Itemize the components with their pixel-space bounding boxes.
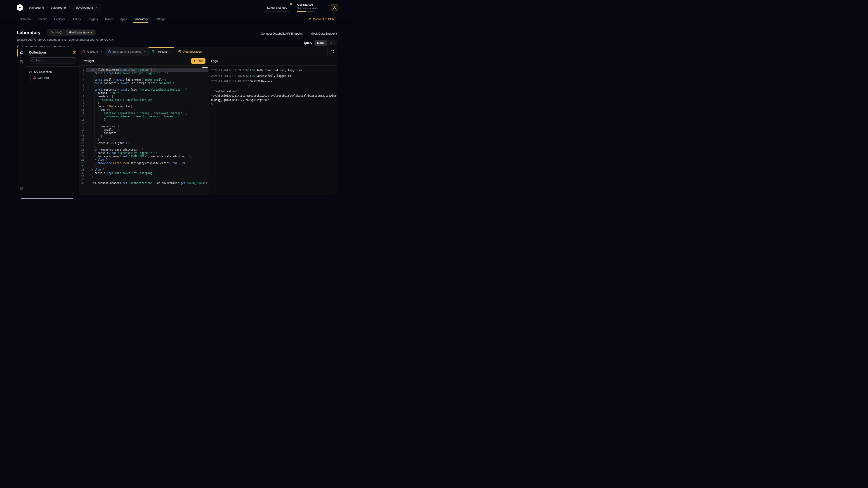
hive-logo-icon[interactable] xyxy=(16,4,24,11)
log-raw-line: "eyJhbGciOiJIUzI1NiIsInR5cCI6IkpXVCJ9.ey… xyxy=(211,94,337,98)
nav-item-schema[interactable]: Schema xyxy=(20,15,31,23)
tab-label: Environment Variables xyxy=(113,50,141,53)
gear-icon xyxy=(20,187,24,190)
mode-option-graphiql[interactable]: GraphiQL xyxy=(48,30,66,35)
close-tab-icon[interactable]: × xyxy=(100,50,102,53)
fullscreen-icon xyxy=(331,50,334,53)
code-line: 20 password xyxy=(79,131,208,135)
preflight-code-editor[interactable]: 1if (!lab.environment.get("AUTH_TOKEN"))… xyxy=(79,66,208,195)
code-line: 15 adminLogin(email: $email, password: $… xyxy=(79,115,208,118)
tab-gethero[interactable]: GetHero× xyxy=(79,47,105,56)
history-rail-button[interactable] xyxy=(17,57,26,66)
nav-item-explorer[interactable]: Explorer xyxy=(54,15,65,23)
operation-row-gethero[interactable]: GetHero xyxy=(33,75,76,80)
logs-title: Logs xyxy=(211,59,218,63)
code-line: 35lab.request.headers.set('Authorization… xyxy=(79,182,208,185)
code-line: 18 variables: { xyxy=(79,125,208,128)
editor-scrollbar-thumb[interactable] xyxy=(202,67,208,68)
get-started-subtitle: 3 remaining tasks xyxy=(297,7,325,9)
close-tab-icon[interactable]: × xyxy=(169,50,171,53)
indent-guide xyxy=(94,75,95,78)
collection-folder-row[interactable]: My Collection xyxy=(29,69,76,75)
line-number: 31 xyxy=(79,168,84,171)
line-number: 15 xyxy=(79,115,84,118)
nav-item-apps[interactable]: Apps xyxy=(120,15,127,23)
code-line: 13 query: ` xyxy=(79,108,208,111)
nav-item-insights[interactable]: Insights xyxy=(88,15,98,23)
test-button[interactable]: Test xyxy=(191,58,206,64)
laboratory-workspace: Collections My Collection xyxy=(17,47,337,195)
query-option-api[interactable]: API xyxy=(327,40,337,46)
line-number: 25 xyxy=(79,148,84,152)
connect-graphql-endpoint-button[interactable]: Connect GraphQL API Endpoint xyxy=(257,30,306,37)
get-started-title: Get Started xyxy=(297,3,325,6)
query-target-toggle: Mock API xyxy=(314,40,337,46)
nav-item-settings[interactable]: Settings xyxy=(155,15,165,23)
log-entry: 2026-01-26T12:12:18.333Z LOG Successfull… xyxy=(211,74,337,78)
code-line: 34 xyxy=(79,178,208,182)
line-number: 12 xyxy=(79,105,84,108)
close-tab-icon[interactable]: × xyxy=(144,50,145,53)
folder-open-icon xyxy=(29,70,32,74)
code-line: 17 `, xyxy=(79,122,208,125)
query-option-mock[interactable]: Mock xyxy=(314,40,327,46)
log-entry: 2026-01-26T12:12:09.271Z LOG Auth token … xyxy=(211,68,337,73)
main-nav: SchemaChecksExplorerHistoryInsightsTrace… xyxy=(0,15,354,23)
settings-rail-button[interactable] xyxy=(17,184,26,193)
graphql-icon xyxy=(33,76,36,79)
target-select[interactable]: development xyxy=(72,4,101,11)
code-line: 7 const response = await fetch("http://l… xyxy=(79,88,208,92)
fullscreen-button[interactable] xyxy=(327,47,337,56)
get-started-widget[interactable]: Get Started 3 remaining tasks xyxy=(297,3,325,12)
logs-output: 2026-01-26T12:12:09.271Z LOG Auth token … xyxy=(209,66,337,195)
graphql-icon xyxy=(82,50,86,53)
script-icon xyxy=(151,50,155,53)
line-number: 10 xyxy=(79,98,84,102)
user-avatar[interactable] xyxy=(331,4,338,11)
collections-icon xyxy=(20,51,24,55)
nav-item-traces[interactable]: Traces xyxy=(105,15,114,23)
nav-item-history[interactable]: History xyxy=(72,15,81,23)
code-line: 30 } xyxy=(79,165,208,168)
line-number: 22 xyxy=(79,138,84,141)
breadcrumb-project[interactable]: playground xyxy=(51,6,66,9)
collections-rail-button[interactable] xyxy=(17,48,26,57)
page-header: Laboratory GraphiQL Hive Laboratory Expl… xyxy=(0,23,354,48)
collections-search-input[interactable] xyxy=(35,59,74,62)
code-line: 21 } xyxy=(79,135,208,138)
line-number: 19 xyxy=(79,128,84,131)
collections-panel: Collections My Collection xyxy=(26,47,79,195)
tab-preflight[interactable]: Preflight× xyxy=(149,47,174,56)
latest-changes-button[interactable]: Latest changes xyxy=(263,4,291,11)
line-number: 21 xyxy=(79,135,84,138)
link-icon xyxy=(308,18,311,21)
code-line: 12 body: JSON.stringify({ xyxy=(79,105,208,108)
nav-item-checks[interactable]: Checks xyxy=(37,15,47,23)
code-line: 25 if (response.data.adminLogin) { xyxy=(79,148,208,152)
line-number: 26 xyxy=(79,151,84,155)
code-line: 1if (!lab.environment.get("AUTH_TOKEN"))… xyxy=(79,68,208,72)
play-icon xyxy=(193,60,196,62)
code-line: 8 method: "POST", xyxy=(79,92,208,95)
connect-cdn-link[interactable]: Connect to CDN xyxy=(308,18,334,21)
code-line: 14 mutation Login($email: String!, $pass… xyxy=(79,111,208,115)
nav-item-laboratory[interactable]: Laboratory xyxy=(134,15,148,23)
page-horizontal-scrollbar-thumb[interactable] xyxy=(21,198,73,199)
code-line: 16 } xyxy=(79,118,208,122)
line-number: 33 xyxy=(79,175,84,178)
lab-mode-toggle: GraphiQL Hive Laboratory xyxy=(47,29,96,36)
new-collection-button[interactable] xyxy=(73,51,76,54)
add-operation-button[interactable]: Add operation xyxy=(174,47,206,56)
tab-environment-variables[interactable]: Environment Variables× xyxy=(105,47,149,56)
side-rail xyxy=(17,47,26,195)
breadcrumb-org[interactable]: playground xyxy=(29,6,44,9)
operation-tabbar: GetHero×Environment Variables×Preflight×… xyxy=(79,47,337,56)
mode-option-hive-laboratory[interactable]: Hive Laboratory xyxy=(66,30,95,35)
log-raw-line: "authorization": xyxy=(211,89,337,94)
history-icon xyxy=(20,60,24,64)
line-number: 14 xyxy=(79,111,84,115)
mock-data-endpoint-button[interactable]: Mock Data Endpoint xyxy=(311,32,337,35)
breadcrumb-separator: / xyxy=(47,6,48,9)
line-number: 34 xyxy=(79,178,84,182)
collections-search xyxy=(29,57,76,64)
